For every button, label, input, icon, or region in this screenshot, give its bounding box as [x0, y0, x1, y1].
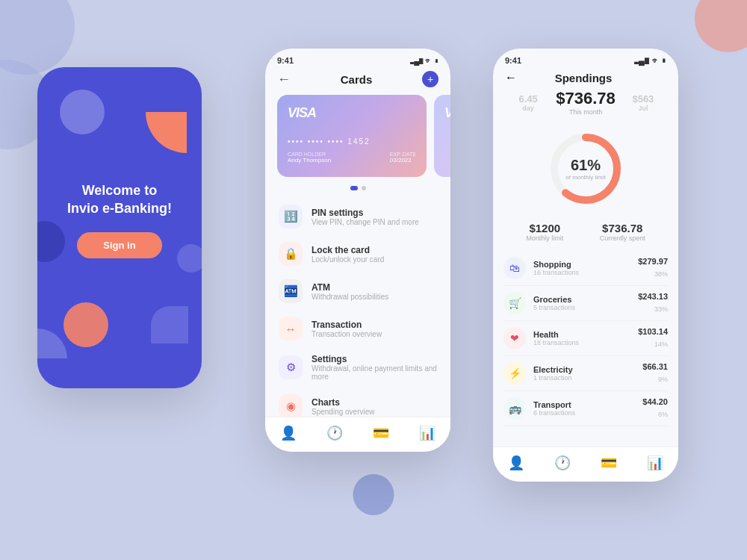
shopping-title: Shopping [533, 260, 630, 269]
bottom-nav-cards: 👤 🕐 💳 📊 [265, 417, 450, 452]
s-nav-profile[interactable]: 👤 [508, 455, 524, 471]
nav-stats[interactable]: 📊 [419, 425, 436, 441]
health-amount: $103.14 14% [638, 327, 668, 349]
deco-circle-top [60, 90, 105, 134]
donut-sublabel: of monthly limit [565, 174, 605, 181]
currently-spent-label: Currently spent [600, 234, 645, 242]
spendings-signal: ▂▄▆ ᯤ ▮ [634, 56, 666, 65]
signin-button[interactable]: Sign in [77, 232, 161, 258]
groceries-title: Groceries [533, 295, 630, 304]
spendings-back-button[interactable]: ← [505, 71, 517, 84]
settings-icon: ⚙ [279, 355, 303, 379]
holder-label: CARD HOLDER [288, 152, 331, 157]
card-holder: Andy Thompson [288, 157, 331, 164]
electricity-pct: 9% [658, 376, 668, 383]
menu-item-pin[interactable]: 🔢 PIN settings View PIN, change PIN and … [273, 198, 443, 235]
limit-row: $1200 Monthly limit $736.78 Currently sp… [493, 219, 678, 251]
deco-circle-bottom [63, 302, 108, 347]
card-primary[interactable]: VISA •••• •••• •••• 1452 CARD HOLDER And… [277, 95, 427, 177]
next-label: Jul [616, 105, 671, 112]
signal-icons: ▂▄▆ ᯤ ▮ [410, 57, 438, 65]
nav-history[interactable]: 🕐 [326, 425, 343, 441]
pin-title: PIN settings [311, 208, 419, 218]
next-amount: $563 [616, 93, 671, 105]
lock-icon: 🔒 [279, 242, 303, 266]
groceries-amount: $243.13 33% [638, 292, 668, 314]
card-number: •••• •••• •••• 1452 [288, 137, 416, 146]
menu-item-lock[interactable]: 🔒 Lock the card Lock/unlock your card [273, 235, 443, 273]
carousel-dots [265, 186, 450, 190]
month-selector: 6.45 day $736.78 This month $563 Jul [493, 89, 678, 122]
groceries-text: Groceries 5 transactions [533, 295, 630, 311]
spending-groceries[interactable]: 🛒 Groceries 5 transactions $243.13 33% [503, 286, 668, 321]
spending-transport[interactable]: 🚌 Transport 6 transactions $44.20 6% [503, 391, 668, 426]
deco-quarter-bottom-right [151, 306, 188, 343]
spending-shopping[interactable]: 🛍 Shopping 16 transactions $279.97 38% [503, 251, 668, 286]
donut-percentage: 61% [565, 157, 605, 174]
electricity-text: Electricity 1 transaction [533, 365, 635, 382]
shopping-value: $279.97 [638, 257, 668, 266]
dot-1 [350, 186, 358, 190]
add-card-button[interactable]: + [422, 71, 438, 87]
current-amount: $736.78 [556, 89, 616, 108]
health-icon: ❤ [503, 327, 526, 349]
nav-profile[interactable]: 👤 [280, 425, 297, 441]
atm-title: ATM [311, 282, 388, 293]
spendings-header: ← Spendings [493, 68, 678, 89]
visa-logo-2: VISA [444, 105, 450, 121]
pin-subtitle: View PIN, change PIN and more [311, 218, 419, 226]
electricity-title: Electricity [533, 365, 635, 374]
currently-spent-amount: $736.78 [600, 222, 645, 234]
charts-text: Charts Spending overview [311, 397, 375, 416]
bottom-nav-spendings: 👤 🕐 💳 📊 [493, 447, 678, 482]
spendings-title: Spendings [517, 72, 650, 84]
prev-amount: 6.45 [500, 93, 556, 105]
prev-month[interactable]: 6.45 day [500, 93, 556, 112]
monthly-limit-amount: $1200 [526, 222, 563, 234]
settings-subtitle: Withdrawal, online payment limits and mo… [311, 364, 437, 381]
spending-health[interactable]: ❤ Health 18 transactions $103.14 14% [503, 321, 668, 356]
donut-chart-container: 61% of monthly limit [493, 122, 678, 219]
s-nav-stats[interactable]: 📊 [647, 455, 663, 471]
card-info: CARD HOLDER Andy Thompson EXP. DATE 03/2… [288, 152, 416, 164]
nav-cards[interactable]: 💳 [373, 425, 389, 441]
card-expiry: 03/2022 [390, 157, 416, 164]
atm-subtitle: Withdrawal possibilities [311, 293, 388, 301]
donut-center: 61% of monthly limit [565, 157, 605, 181]
visa-logo: VISA [288, 105, 416, 121]
back-button[interactable]: ← [277, 72, 291, 87]
shopping-sub: 16 transactions [533, 269, 630, 276]
welcome-content: Welcome to Invio e-Banking! Sign in [67, 182, 172, 258]
transport-value: $44.20 [642, 397, 668, 406]
settings-title: Settings [311, 354, 437, 364]
s-nav-history[interactable]: 🕐 [554, 455, 571, 471]
monthly-limit: $1200 Monthly limit [526, 222, 563, 242]
electricity-icon: ⚡ [503, 362, 526, 385]
status-bar: 9:41 ▂▄▆ ᯤ ▮ [265, 49, 450, 68]
welcome-message: Welcome to Invio e-Banking! [67, 182, 172, 217]
transaction-icon: ↔ [279, 317, 303, 340]
electricity-amount: $66.31 9% [642, 362, 668, 385]
lock-text: Lock the card Lock/unlock your card [311, 245, 384, 264]
spending-electricity[interactable]: ⚡ Electricity 1 transaction $66.31 9% [503, 356, 668, 391]
card-secondary[interactable]: VISA [434, 95, 450, 177]
lock-title: Lock the card [311, 245, 384, 255]
spending-list: 🛍 Shopping 16 transactions $279.97 38% 🛒… [493, 251, 678, 426]
deco-quarter-top-right [146, 112, 187, 153]
health-text: Health 18 transactions [533, 330, 630, 346]
welcome-screen: Welcome to Invio e-Banking! Sign in [37, 67, 202, 388]
transport-text: Transport 6 transactions [533, 400, 635, 417]
pin-icon: 🔢 [279, 205, 303, 228]
next-month[interactable]: $563 Jul [616, 93, 671, 112]
shopping-icon: 🛍 [503, 257, 526, 279]
deco-circle-mid-right [177, 244, 202, 273]
menu-item-transaction[interactable]: ↔ Transaction Transaction overview [273, 310, 443, 347]
bg-deco-circle-topright [695, 0, 747, 52]
transaction-title: Transaction [311, 320, 382, 330]
groceries-pct: 33% [654, 305, 668, 313]
menu-item-settings[interactable]: ⚙ Settings Withdrawal, online payment li… [273, 347, 443, 388]
shopping-amount: $279.97 38% [638, 257, 668, 279]
menu-item-atm[interactable]: 🏧 ATM Withdrawal possibilities [273, 273, 443, 310]
s-nav-cards[interactable]: 💳 [601, 455, 617, 471]
charts-title: Charts [311, 397, 375, 408]
